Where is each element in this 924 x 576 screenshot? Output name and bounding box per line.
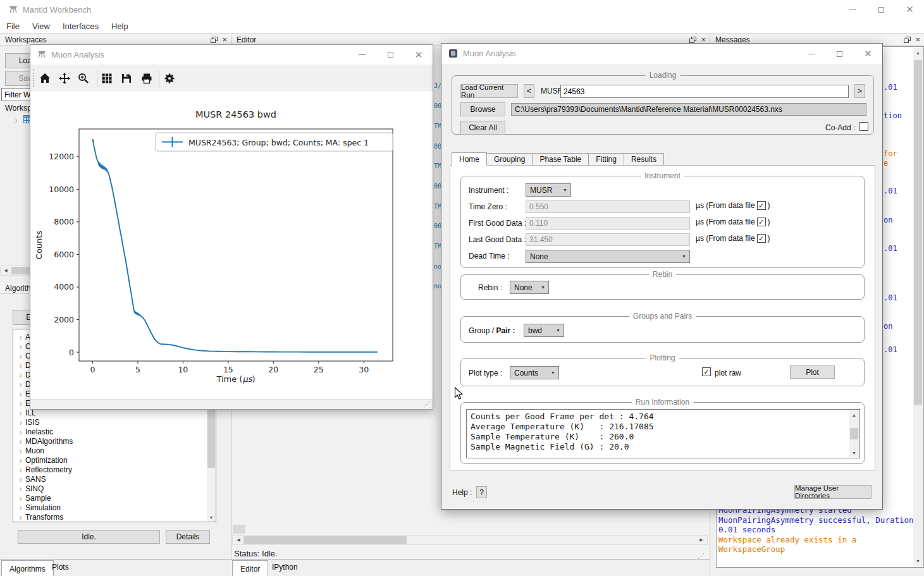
- run-information-box[interactable]: Counts per Good Frame per det : 4.764 Av…: [466, 409, 860, 458]
- scrollbar-thumb[interactable]: [207, 410, 215, 468]
- chevron-right-icon[interactable]: ›: [16, 417, 25, 427]
- zoom-icon[interactable]: [76, 71, 91, 86]
- workspace-tree-item[interactable]: ›: [11, 115, 32, 125]
- tab-home[interactable]: Home: [452, 152, 487, 166]
- close-panel-icon[interactable]: ×: [701, 37, 706, 43]
- chevron-right-icon[interactable]: ›: [16, 484, 25, 494]
- scroll-up-icon[interactable]: ▲: [913, 49, 923, 57]
- tab-editor[interactable]: Editor: [232, 560, 268, 576]
- algorithm-category[interactable]: ›ISIS: [16, 417, 204, 427]
- editor-hscrollbar[interactable]: ◀ ▶: [232, 535, 708, 545]
- chevron-right-icon[interactable]: ›: [16, 446, 25, 456]
- float-panel-icon[interactable]: [211, 37, 218, 43]
- load-current-run-button[interactable]: Load Current Run: [460, 84, 518, 98]
- scroll-down-icon[interactable]: ▼: [207, 513, 216, 522]
- algorithm-category[interactable]: ›SANS: [16, 474, 204, 484]
- menu-view[interactable]: View: [26, 19, 56, 34]
- subplots-grid-icon[interactable]: [99, 71, 114, 86]
- tab-results[interactable]: Results: [624, 153, 664, 166]
- chevron-right-icon[interactable]: ›: [16, 370, 25, 380]
- run-number-input[interactable]: [560, 85, 849, 98]
- scrollbar-thumb[interactable]: [914, 60, 922, 405]
- chevron-right-icon[interactable]: ›: [11, 115, 21, 125]
- plot-type-select[interactable]: Counts▼: [510, 366, 559, 379]
- dead-time-select[interactable]: None▼: [526, 250, 690, 263]
- scroll-left-icon[interactable]: ◀: [1, 266, 11, 275]
- scroll-up-icon[interactable]: ▲: [849, 411, 859, 419]
- scroll-down-icon[interactable]: ▼: [849, 449, 859, 457]
- home-icon[interactable]: [37, 71, 52, 86]
- chevron-right-icon[interactable]: ›: [16, 408, 25, 418]
- dialog-title-bar[interactable]: Muon Analysis ✕: [441, 44, 882, 64]
- minimize-button[interactable]: [797, 44, 825, 64]
- plot-figure[interactable]: 051015202530020004000600080001000012000M…: [30, 91, 433, 399]
- group-pair-select[interactable]: bwd▼: [524, 324, 564, 337]
- minimize-button[interactable]: [839, 0, 867, 19]
- algorithm-category[interactable]: ›Simulation: [16, 503, 204, 512]
- close-button[interactable]: ✕: [405, 45, 433, 64]
- algorithm-progress-button[interactable]: Idle.: [18, 530, 160, 544]
- print-icon[interactable]: [139, 71, 154, 86]
- tab-grouping[interactable]: Grouping: [486, 153, 533, 166]
- last-good-data-field[interactable]: 31.450: [526, 233, 690, 246]
- plot-raw-checkbox[interactable]: ✓: [702, 367, 711, 376]
- scroll-right-icon[interactable]: ▶: [697, 536, 706, 544]
- chevron-right-icon[interactable]: ›: [16, 465, 25, 475]
- maximize-button[interactable]: [825, 44, 854, 64]
- save-icon[interactable]: [119, 71, 134, 86]
- tab-algorithms[interactable]: Algorithms: [1, 560, 54, 576]
- close-button[interactable]: ✕: [854, 44, 882, 64]
- from-data-file-checkbox[interactable]: ✓: [757, 201, 766, 210]
- chevron-right-icon[interactable]: ›: [16, 351, 25, 361]
- details-button[interactable]: Details: [166, 530, 210, 544]
- customize-gear-icon[interactable]: [162, 71, 177, 86]
- chevron-right-icon[interactable]: ›: [16, 493, 25, 503]
- chevron-right-icon[interactable]: ›: [16, 455, 25, 465]
- tab-plots[interactable]: Plots: [52, 563, 69, 572]
- file-path-field[interactable]: C:\Users\pra79393\Documents\Mantid\Refer…: [511, 103, 866, 116]
- minimize-button[interactable]: [348, 45, 376, 64]
- float-panel-icon[interactable]: [904, 37, 911, 43]
- algorithm-category[interactable]: ›Sample: [16, 493, 204, 503]
- toolbar-drag-handle[interactable]: [33, 70, 35, 87]
- previous-run-button[interactable]: <: [524, 84, 534, 98]
- tab-ipython[interactable]: IPython: [272, 563, 298, 572]
- chevron-right-icon[interactable]: ›: [16, 398, 25, 408]
- close-panel-icon[interactable]: ×: [222, 37, 227, 43]
- plot-button[interactable]: Plot: [790, 365, 835, 379]
- algorithm-category[interactable]: ›Optimization: [16, 455, 204, 465]
- close-button[interactable]: ✕: [896, 0, 924, 19]
- maximize-button[interactable]: [376, 45, 405, 64]
- chevron-right-icon[interactable]: ›: [16, 474, 25, 484]
- maximize-button[interactable]: [867, 0, 896, 19]
- algorithm-category[interactable]: ›Reflectometry: [16, 465, 204, 474]
- time-zero-field[interactable]: 0.550: [526, 200, 690, 213]
- algorithm-category[interactable]: ›Transforms: [16, 512, 204, 522]
- chevron-right-icon[interactable]: ›: [16, 427, 25, 437]
- help-button[interactable]: ?: [476, 486, 487, 498]
- tab-phase-table[interactable]: Phase Table: [532, 153, 589, 166]
- menu-help[interactable]: Help: [105, 19, 135, 34]
- close-panel-icon[interactable]: ×: [915, 37, 920, 43]
- next-run-button[interactable]: >: [854, 84, 865, 98]
- float-panel-icon[interactable]: [689, 37, 696, 43]
- menu-file[interactable]: File: [0, 19, 26, 34]
- chevron-right-icon[interactable]: ›: [16, 379, 25, 389]
- browse-button[interactable]: Browse: [460, 102, 505, 116]
- clear-all-button[interactable]: Clear All: [460, 121, 505, 135]
- scroll-left-icon[interactable]: ◀: [234, 536, 243, 544]
- chevron-right-icon[interactable]: ›: [16, 503, 25, 513]
- from-data-file-checkbox[interactable]: ✓: [757, 234, 766, 243]
- instrument-select[interactable]: MUSR▼: [526, 183, 571, 197]
- algorithm-category[interactable]: ›Inelastic: [16, 427, 204, 436]
- chevron-right-icon[interactable]: ›: [16, 389, 25, 399]
- chevron-right-icon[interactable]: ›: [16, 360, 25, 371]
- chevron-right-icon[interactable]: ›: [16, 436, 25, 446]
- tab-fitting[interactable]: Fitting: [588, 153, 624, 166]
- scroll-down-icon[interactable]: ▼: [913, 557, 923, 565]
- first-good-data-field[interactable]: 0.110: [526, 217, 690, 230]
- chevron-right-icon[interactable]: ›: [16, 512, 25, 522]
- menu-interfaces[interactable]: Interfaces: [56, 19, 105, 34]
- manage-user-directories-button[interactable]: Manage User Directories: [794, 485, 872, 499]
- plot-window-title-bar[interactable]: Muon Analysis ✕: [30, 45, 433, 64]
